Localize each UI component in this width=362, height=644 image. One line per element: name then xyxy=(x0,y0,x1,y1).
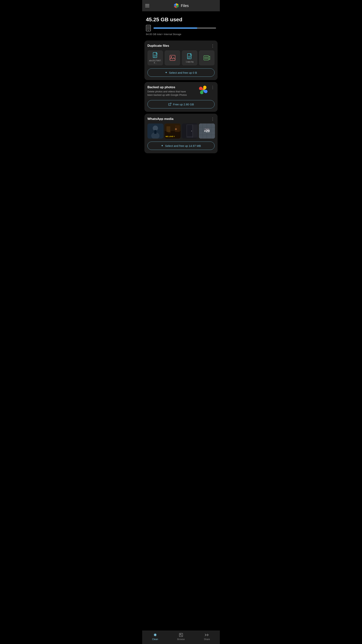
svg-point-24 xyxy=(168,130,171,134)
duplicate-file-item[interactable] xyxy=(164,50,180,66)
backed-photos-title: Backed up photos xyxy=(148,86,197,89)
duplicate-files-card: Duplicate files ⋮ alsn20170807.d… xyxy=(144,40,218,80)
image-icon xyxy=(169,54,176,61)
storage-used-label: 45.25 GB used xyxy=(146,16,216,22)
topbar-title-group: Files xyxy=(173,3,189,9)
sparkle-icon-2: ✦ xyxy=(161,144,164,148)
svg-line-14 xyxy=(170,103,171,105)
svg-rect-30 xyxy=(192,124,198,138)
document-icon xyxy=(152,52,159,59)
whatsapp-media-button-label: Select and free up 14.97 MB xyxy=(165,144,201,148)
whatsapp-media-more-button[interactable]: ⋮ xyxy=(211,117,214,121)
svg-rect-20 xyxy=(164,131,180,138)
storage-total-label: 64.00 GB total • Internal Storage xyxy=(146,33,216,36)
svg-point-6 xyxy=(171,56,172,58)
phone-icon xyxy=(146,25,151,31)
whatsapp-media-header: WhatsApp media ⋮ xyxy=(148,117,214,121)
duplicate-file-item[interactable] xyxy=(199,50,214,66)
whatsapp-media-item[interactable] xyxy=(148,124,164,138)
whatsapp-media-list: ME LOVE Y xyxy=(148,124,214,138)
whatsapp-media-item[interactable]: ME LOVE Y xyxy=(164,124,180,138)
map-thumbnail: +20 xyxy=(199,124,215,138)
person-thumbnail xyxy=(148,124,164,138)
backed-photos-card: Backed up photos Delete photos and video… xyxy=(144,82,218,112)
document-icon-2 xyxy=(186,53,193,60)
duplicate-files-title: Duplicate files xyxy=(148,44,169,48)
backed-photos-title-block: Backed up photos Delete photos and video… xyxy=(148,86,197,97)
whatsapp-media-item[interactable]: +20 xyxy=(199,124,215,138)
app-title: Files xyxy=(181,4,189,8)
svg-point-29 xyxy=(191,131,192,132)
room-thumbnail: ME LOVE Y xyxy=(164,124,180,138)
storage-bar xyxy=(154,27,216,29)
whatsapp-media-card: WhatsApp media ⋮ ME LOVE Y xyxy=(144,114,218,153)
video-icon xyxy=(204,54,210,61)
external-link-icon xyxy=(168,102,172,106)
whatsapp-media-item[interactable] xyxy=(182,124,198,138)
duplicate-file-item[interactable]: alsn20170807.d… xyxy=(148,50,163,66)
door-thumbnail xyxy=(182,124,198,138)
duplicate-file-name-2: 1.app.log xyxy=(185,61,194,63)
topbar: Files xyxy=(142,0,220,11)
duplicate-file-item[interactable]: 1.app.log xyxy=(182,50,198,66)
svg-point-3 xyxy=(148,30,149,31)
svg-rect-18 xyxy=(154,130,156,134)
sparkle-icon: ✦ xyxy=(165,71,168,74)
files-app-logo xyxy=(173,3,179,9)
google-photos-logo xyxy=(197,84,209,96)
duplicate-files-free-button[interactable]: ✦ Select and free up 0 B xyxy=(148,68,214,77)
svg-rect-28 xyxy=(187,125,192,136)
menu-button[interactable] xyxy=(145,4,149,7)
duplicate-files-header: Duplicate files ⋮ xyxy=(148,44,214,48)
svg-rect-5 xyxy=(170,55,175,60)
svg-point-25 xyxy=(175,128,177,130)
backed-photos-subtitle: Delete photos and videos that have been … xyxy=(148,90,191,97)
backed-photos-more-button[interactable]: ⋮ xyxy=(211,86,214,89)
duplicate-files-button-label: Select and free up 0 B xyxy=(169,71,197,74)
backed-photos-button-label: Free up 2.80 GB xyxy=(173,103,194,106)
storage-section: 45.25 GB used 64.00 GB total • Internal … xyxy=(142,11,220,39)
duplicate-file-name: alsn20170807.d… xyxy=(148,60,163,64)
svg-rect-2 xyxy=(147,26,150,30)
svg-text:+20: +20 xyxy=(204,129,210,133)
duplicate-files-more-button[interactable]: ⋮ xyxy=(211,44,214,48)
backed-photos-header: Backed up photos Delete photos and video… xyxy=(148,86,214,97)
svg-point-16 xyxy=(153,126,158,131)
whatsapp-media-title: WhatsApp media xyxy=(148,117,174,121)
whatsapp-media-free-button[interactable]: ✦ Select and free up 14.97 MB xyxy=(148,142,214,150)
duplicate-files-list: alsn20170807.d… 1.app.log xyxy=(148,50,214,66)
storage-bar-row xyxy=(146,25,216,31)
svg-text:ME LOVE Y: ME LOVE Y xyxy=(166,136,175,138)
backed-photos-free-button[interactable]: Free up 2.80 GB xyxy=(148,100,214,108)
